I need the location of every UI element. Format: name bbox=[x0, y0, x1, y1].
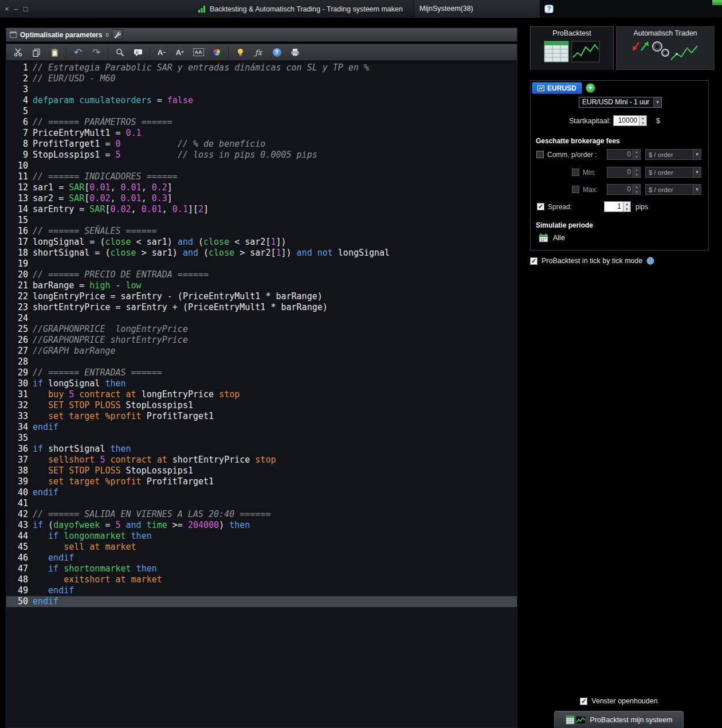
tab-mijnsysteem[interactable]: MijnSysteem(38) bbox=[414, 0, 540, 18]
code-line[interactable]: 15 bbox=[6, 215, 517, 226]
spread-checkbox[interactable] bbox=[537, 203, 544, 210]
tick-mode-checkbox[interactable] bbox=[530, 257, 537, 265]
close-window-icon[interactable]: × bbox=[5, 5, 9, 13]
code-line[interactable]: 32 SET STOP PLOSS StopLosspips1 bbox=[6, 400, 517, 411]
insert-function-button[interactable]: ƒx bbox=[252, 46, 265, 58]
code-line[interactable]: 46 endif bbox=[6, 553, 517, 563]
code-line[interactable]: 2// EUR/USD - M60 bbox=[6, 73, 517, 84]
code-line[interactable]: 48 exitshort at market bbox=[6, 574, 517, 585]
code-line[interactable]: 43if (dayofweek = 5 and time >= 204000) … bbox=[6, 520, 517, 531]
code-line[interactable]: 20// ====== PRECIO DE ENTRADA ====== bbox=[6, 269, 517, 280]
tab-automatisch-traden[interactable]: Automatisch Traden bbox=[616, 26, 715, 70]
spinner-up-icon[interactable] bbox=[633, 185, 640, 190]
code-line[interactable]: 42// ====== SALIDA EN VIERNES A LAS 20:4… bbox=[6, 509, 517, 520]
code-line[interactable]: 8ProfitTarget1 = 0 // % de beneficio bbox=[6, 139, 517, 150]
collapse-icon[interactable] bbox=[10, 32, 17, 38]
venster-openhouden-checkbox[interactable] bbox=[580, 698, 587, 705]
code-line[interactable]: 36if shortSignal then bbox=[6, 444, 517, 455]
toggle-comment-button[interactable]: // bbox=[131, 46, 145, 58]
code-line[interactable]: 16// ====== SEÑALES ====== bbox=[6, 226, 517, 237]
maximize-window-icon[interactable]: □ bbox=[23, 5, 28, 13]
code-line[interactable]: 18shortSignal = (close > sar1) and (clos… bbox=[6, 248, 517, 259]
code-line[interactable]: 11// ====== INDICADORES ====== bbox=[6, 171, 517, 182]
spread-input[interactable]: 1 bbox=[604, 201, 631, 212]
code-line[interactable]: 27//GRAPH barRange bbox=[6, 346, 517, 357]
min-fee-checkbox[interactable] bbox=[572, 169, 579, 176]
code-line[interactable]: 31 buy 5 contract at longEntryPrice stop bbox=[6, 389, 517, 400]
code-line[interactable]: 44 if longonmarket then bbox=[6, 531, 517, 542]
code-line[interactable]: 39 set target %profit ProfitTarget1 bbox=[6, 476, 517, 487]
commission-input[interactable]: 0 bbox=[607, 149, 641, 160]
min-fee-unit-select[interactable]: $ / order bbox=[645, 167, 701, 178]
code-line[interactable]: 5 bbox=[6, 106, 517, 117]
commission-checkbox[interactable] bbox=[536, 151, 544, 158]
color-settings-button[interactable] bbox=[210, 46, 223, 58]
spinner-up-icon[interactable] bbox=[633, 167, 640, 173]
spinner-up-icon[interactable] bbox=[623, 202, 630, 207]
simulation-period-row[interactable]: Alle bbox=[539, 233, 565, 242]
code-line[interactable]: 14sarEntry = SAR[0.02, 0.01, 0.1][2] bbox=[6, 204, 517, 215]
code-area[interactable]: 1// Estrategia Parabolic SAR y entradas … bbox=[6, 61, 517, 728]
startkapitaal-input[interactable]: 10000 bbox=[613, 115, 647, 126]
max-fee-unit-select[interactable]: $ / order bbox=[645, 184, 701, 195]
code-line[interactable]: 4defparam cumulateorders = false bbox=[6, 95, 517, 106]
redo-button[interactable]: ↷ bbox=[89, 46, 103, 58]
spinner-down-icon[interactable] bbox=[633, 190, 640, 195]
increase-font-button[interactable]: A+ bbox=[173, 46, 187, 58]
spinner[interactable] bbox=[639, 116, 646, 126]
code-line[interactable]: 38 SET STOP PLOSS StopLosspips1 bbox=[6, 465, 517, 476]
add-instrument-button[interactable]: + bbox=[586, 83, 595, 93]
spinner[interactable] bbox=[633, 167, 640, 177]
code-line[interactable]: 41 bbox=[6, 498, 517, 509]
commission-unit-select[interactable]: $ / order bbox=[645, 149, 701, 160]
minimize-window-icon[interactable]: – bbox=[14, 5, 18, 13]
spinner-down-icon[interactable] bbox=[633, 173, 640, 178]
code-line[interactable]: 12sar1 = SAR[0.01, 0.01, 0.2] bbox=[6, 182, 517, 193]
code-line[interactable]: 35 bbox=[6, 433, 517, 444]
copy-button[interactable] bbox=[29, 46, 43, 58]
spinner[interactable] bbox=[623, 202, 630, 212]
code-line[interactable]: 6// ====== PARÁMETROS ====== bbox=[6, 117, 517, 128]
code-line[interactable]: 3 bbox=[6, 84, 517, 95]
min-fee-input[interactable]: 0 bbox=[607, 167, 641, 178]
spinner[interactable] bbox=[633, 150, 640, 159]
spinner-up-icon[interactable] bbox=[639, 116, 646, 121]
code-line[interactable]: 33 set target %profit ProfitTarget1 bbox=[6, 411, 517, 422]
code-line[interactable]: 10 bbox=[6, 161, 517, 171]
suggestions-button[interactable] bbox=[233, 46, 247, 58]
code-line[interactable]: 29// ====== ENTRADAS ====== bbox=[6, 367, 517, 378]
code-line[interactable]: 19 bbox=[6, 259, 517, 269]
code-line[interactable]: 49 endif bbox=[6, 585, 517, 596]
spinner-down-icon[interactable] bbox=[633, 155, 640, 160]
font-settings-button[interactable]: AA bbox=[191, 46, 205, 58]
code-line[interactable]: 34endif bbox=[6, 422, 517, 433]
help-icon[interactable]: ? bbox=[544, 5, 554, 13]
code-line[interactable]: 37 sellshort 5 contract at shortEntryPri… bbox=[6, 455, 517, 465]
code-line[interactable]: 9StopLosspips1 = 5 // loss in pips 0.000… bbox=[6, 150, 517, 161]
instrument-button[interactable]: EURUSD bbox=[532, 82, 582, 94]
undo-button[interactable]: ↶ bbox=[71, 46, 85, 58]
max-fee-input[interactable]: 0 bbox=[607, 184, 641, 195]
cut-button[interactable] bbox=[11, 46, 25, 58]
optimization-settings-button[interactable] bbox=[112, 29, 123, 40]
max-fee-checkbox[interactable] bbox=[572, 186, 579, 193]
code-line[interactable]: 13sar2 = SAR[0.02, 0.01, 0.3] bbox=[6, 193, 517, 204]
run-probacktest-button[interactable]: ProBacktest mijn systeem bbox=[554, 711, 684, 728]
print-button[interactable] bbox=[288, 46, 302, 58]
code-line[interactable]: 17longSignal = (close < sar1) and (close… bbox=[6, 237, 517, 248]
code-line[interactable]: 23shortEntryPrice = sarEntry + (PriceEnt… bbox=[6, 302, 517, 313]
paste-button[interactable] bbox=[48, 46, 61, 58]
code-line[interactable]: 50endif bbox=[6, 596, 517, 607]
code-line[interactable]: 25//GRAPHONPRICE longEntryPrice bbox=[6, 324, 517, 335]
code-line[interactable]: 26//GRAPHONPRICE shortEntryPrice bbox=[6, 335, 517, 346]
code-line[interactable]: 45 sell at market bbox=[6, 542, 517, 553]
code-line[interactable]: 47 if shortonmarket then bbox=[6, 563, 517, 574]
search-button[interactable] bbox=[113, 46, 127, 58]
spinner[interactable] bbox=[633, 185, 640, 194]
code-line[interactable]: 40endif bbox=[6, 487, 517, 498]
spinner-down-icon[interactable] bbox=[639, 121, 646, 126]
code-line[interactable]: 7PriceEntryMult1 = 0.1 bbox=[6, 128, 517, 139]
tab-probacktest[interactable]: ProBacktest bbox=[530, 26, 614, 70]
code-line[interactable]: 1// Estrategia Parabolic SAR y entradas … bbox=[6, 62, 517, 73]
spinner-down-icon[interactable] bbox=[623, 207, 630, 212]
